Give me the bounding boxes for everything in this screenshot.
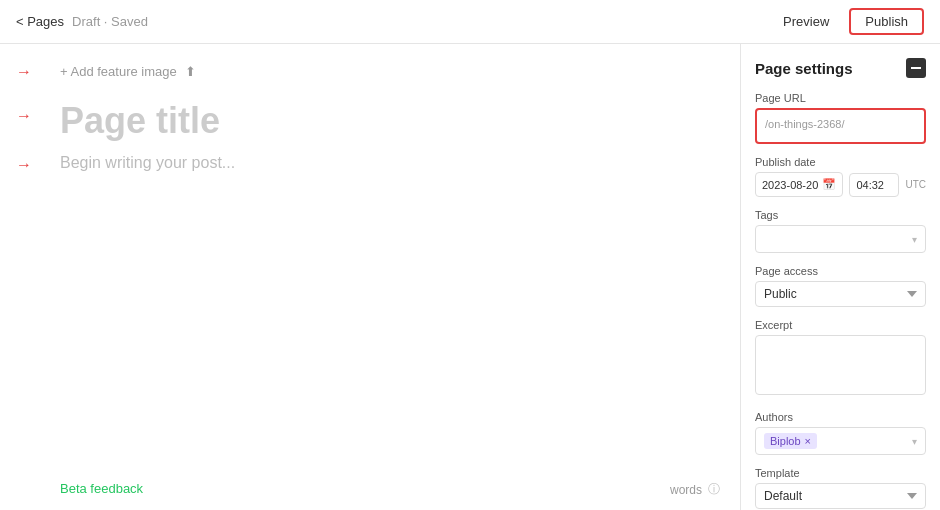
draft-status: Draft · Saved (72, 14, 148, 29)
authors-field-group: Authors Biplob × ▾ (755, 411, 926, 455)
page-access-select[interactable]: Public (755, 281, 926, 307)
excerpt-textarea[interactable] (755, 335, 926, 395)
beta-feedback-link[interactable]: Beta feedback (60, 481, 143, 496)
authors-label: Authors (755, 411, 926, 423)
page-title-area: → Page title (60, 99, 680, 142)
right-panel: Page settings Page URL /on-things-2368/ … (740, 44, 940, 510)
page-body-area: → Begin writing your post... (60, 154, 680, 172)
page-url-label: Page URL (755, 92, 926, 104)
editor-area: → + Add feature image ⬆ → Page title → B… (0, 44, 740, 510)
page-url-input-wrapper[interactable]: /on-things-2368/ (755, 108, 926, 144)
arrow-feature-image-icon: → (16, 63, 32, 81)
top-navigation: < Pages Draft · Saved Preview Publish (0, 0, 940, 44)
tags-field-group: Tags ▾ (755, 209, 926, 253)
date-value: 2023-08-20 (762, 179, 818, 191)
authors-chevron-icon: ▾ (912, 436, 917, 447)
arrow-page-title-icon: → (16, 107, 32, 125)
template-field-group: Template Default (755, 467, 926, 509)
add-feature-image-button[interactable]: + Add feature image (60, 64, 177, 79)
upload-icon: ⬆ (185, 64, 196, 79)
page-access-field-group: Page access Public (755, 265, 926, 307)
excerpt-field-group: Excerpt (755, 319, 926, 399)
words-count-label: words (670, 483, 702, 497)
body-placeholder[interactable]: Begin writing your post... (60, 154, 680, 172)
template-select[interactable]: Default (755, 483, 926, 509)
page-access-label: Page access (755, 265, 926, 277)
author-tag-label: Biplob (770, 435, 801, 447)
page-url-field-group: Page URL /on-things-2368/ (755, 92, 926, 144)
date-input[interactable]: 2023-08-20 📅 (755, 172, 843, 197)
panel-toggle-button[interactable] (906, 58, 926, 78)
main-layout: → + Add feature image ⬆ → Page title → B… (0, 44, 940, 510)
excerpt-label: Excerpt (755, 319, 926, 331)
date-row: 2023-08-20 📅 UTC (755, 172, 926, 197)
utc-label: UTC (905, 179, 926, 190)
author-tag-remove[interactable]: × (805, 435, 811, 447)
panel-title: Page settings (755, 60, 853, 77)
publish-date-field-group: Publish date 2023-08-20 📅 UTC (755, 156, 926, 197)
page-url-hint: /on-things-2368/ (765, 118, 916, 130)
authors-input[interactable]: Biplob × ▾ (755, 427, 926, 455)
publish-date-label: Publish date (755, 156, 926, 168)
template-label: Template (755, 467, 926, 479)
tags-label: Tags (755, 209, 926, 221)
panel-header: Page settings (755, 58, 926, 78)
time-input[interactable] (849, 173, 899, 197)
tags-input[interactable]: ▾ (755, 225, 926, 253)
author-tag: Biplob × (764, 433, 817, 449)
preview-button[interactable]: Preview (775, 10, 837, 33)
nav-left: < Pages Draft · Saved (16, 14, 148, 29)
pages-back-link[interactable]: < Pages (16, 14, 64, 29)
nav-right: Preview Publish (775, 8, 924, 35)
calendar-icon: 📅 (822, 178, 836, 191)
editor-footer: words ⓘ (670, 481, 720, 498)
page-title-placeholder[interactable]: Page title (60, 99, 680, 142)
publish-button[interactable]: Publish (849, 8, 924, 35)
words-info-icon: ⓘ (708, 481, 720, 498)
feature-image-row: → + Add feature image ⬆ (60, 64, 680, 79)
tags-chevron-icon: ▾ (912, 234, 917, 245)
arrow-body-icon: → (16, 156, 32, 174)
